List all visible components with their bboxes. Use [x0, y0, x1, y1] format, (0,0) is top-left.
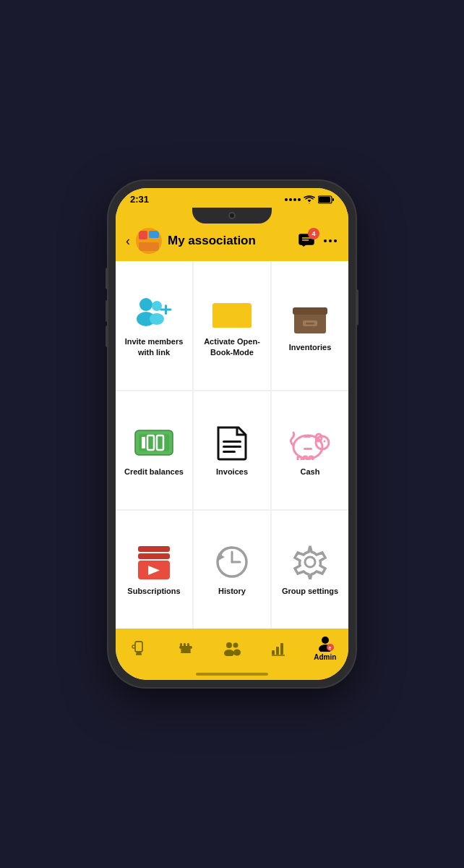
- notch: [192, 208, 272, 224]
- header: ‹ My association: [116, 224, 348, 261]
- svg-rect-33: [223, 446, 241, 448]
- grid-item-inventories[interactable]: Inventories: [272, 261, 348, 390]
- credit-icon: [132, 425, 176, 461]
- tab-food[interactable]: [168, 640, 204, 656]
- svg-rect-41: [298, 456, 301, 460]
- svg-rect-40: [304, 435, 311, 438]
- svg-point-11: [324, 239, 327, 242]
- svg-point-38: [324, 441, 326, 443]
- signal-icon: [285, 198, 301, 201]
- svg-rect-25: [306, 323, 314, 325]
- svg-rect-59: [184, 643, 186, 647]
- home-indicator: [116, 670, 348, 680]
- svg-rect-46: [138, 553, 170, 559]
- grid-item-invoices[interactable]: Invoices: [194, 391, 270, 509]
- grid-item-credit-balances[interactable]: Credit balances: [116, 391, 192, 509]
- svg-rect-2: [332, 198, 334, 201]
- notification-badge: 4: [308, 228, 319, 239]
- svg-rect-58: [180, 643, 182, 647]
- status-bar: 2:31: [116, 188, 348, 208]
- phone-frame: 2:31: [108, 181, 356, 687]
- svg-rect-54: [135, 642, 142, 652]
- home-bar: [196, 673, 268, 676]
- more-button[interactable]: [322, 233, 338, 249]
- credit-balances-label: Credit balances: [124, 467, 184, 477]
- menu-grid: Invite members with link Activate Open-B…: [116, 261, 348, 629]
- svg-point-17: [150, 313, 164, 325]
- svg-rect-6: [139, 242, 159, 251]
- invoices-label: Invoices: [216, 467, 248, 477]
- grid-item-subscriptions[interactable]: Subscriptions: [116, 511, 192, 629]
- svg-rect-68: [280, 643, 283, 655]
- archive-icon: [288, 300, 332, 336]
- tab-drinks[interactable]: [121, 640, 157, 656]
- grid-item-open-book[interactable]: Activate Open-Book-Mode: [194, 261, 270, 390]
- more-icon: [322, 233, 338, 249]
- battery-icon: [318, 195, 334, 204]
- status-time: 2:31: [130, 194, 149, 205]
- grid-item-cash[interactable]: Cash: [272, 391, 348, 509]
- svg-rect-32: [223, 441, 241, 443]
- svg-rect-45: [138, 546, 170, 552]
- admin-tab-label: Admin: [314, 653, 336, 661]
- svg-point-14: [139, 298, 152, 311]
- svg-point-62: [226, 642, 232, 648]
- svg-point-63: [224, 650, 234, 656]
- grid-item-group-settings[interactable]: Group settings: [272, 511, 348, 629]
- svg-point-70: [322, 637, 329, 644]
- chat-button[interactable]: 4: [298, 232, 315, 250]
- back-button[interactable]: ‹: [126, 234, 130, 249]
- folder-icon: [210, 294, 254, 331]
- svg-rect-1: [319, 197, 330, 203]
- svg-point-12: [329, 239, 332, 242]
- history-label: History: [218, 586, 246, 596]
- tab-bar: e Admin: [116, 629, 348, 670]
- svg-rect-61: [181, 651, 191, 653]
- open-book-label: Activate Open-Book-Mode: [199, 336, 265, 357]
- wifi-icon: [304, 195, 315, 204]
- svg-rect-21: [212, 307, 252, 328]
- invite-icon: [132, 294, 176, 331]
- page-title: My association: [168, 234, 292, 248]
- subscriptions-label: Subscriptions: [127, 586, 180, 596]
- svg-point-39: [322, 444, 323, 446]
- subscriptions-icon: [132, 544, 176, 580]
- svg-rect-5: [149, 231, 159, 238]
- grid-item-history[interactable]: History: [194, 511, 270, 629]
- svg-rect-67: [276, 647, 279, 655]
- invoice-icon: [210, 425, 254, 461]
- members-icon: [223, 640, 241, 656]
- tab-admin[interactable]: e Admin: [307, 634, 343, 661]
- svg-point-53: [305, 557, 315, 567]
- svg-rect-28: [142, 437, 145, 448]
- notch-area: [116, 208, 348, 224]
- cash-label: Cash: [301, 467, 320, 477]
- group-settings-label: Group settings: [282, 586, 338, 596]
- svg-rect-23: [293, 307, 327, 315]
- svg-rect-60: [187, 643, 189, 647]
- tab-members[interactable]: [214, 640, 250, 656]
- svg-rect-4: [139, 231, 147, 239]
- phone-screen: 2:31: [116, 188, 348, 680]
- svg-point-13: [334, 239, 337, 242]
- admin-icon: e: [317, 634, 334, 652]
- svg-point-64: [233, 642, 238, 647]
- camera-notch: [228, 212, 236, 219]
- drink-icon: [131, 640, 147, 656]
- svg-rect-19: [160, 309, 172, 311]
- grid-item-invite-members[interactable]: Invite members with link: [116, 261, 192, 390]
- status-icons: [285, 195, 334, 204]
- header-icons: 4: [298, 232, 338, 250]
- history-icon: [210, 544, 254, 580]
- inventories-label: Inventories: [289, 342, 332, 352]
- avatar: [136, 228, 162, 254]
- svg-rect-44: [304, 448, 312, 450]
- svg-rect-66: [272, 650, 275, 655]
- tab-stats[interactable]: [260, 640, 296, 656]
- svg-text:e: e: [328, 645, 331, 650]
- piggy-icon: [288, 425, 332, 461]
- invite-label: Invite members with link: [121, 336, 186, 357]
- food-icon: [178, 640, 194, 656]
- svg-rect-57: [181, 649, 191, 651]
- stats-icon: [270, 640, 286, 656]
